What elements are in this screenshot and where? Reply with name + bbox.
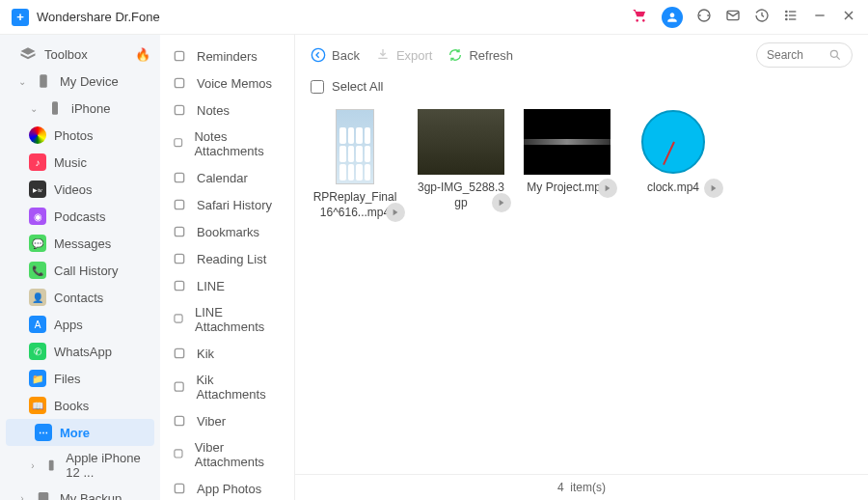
file-item[interactable]: clock.mp4 (629, 109, 718, 196)
sidebar-item-apps[interactable]: AApps (0, 311, 160, 338)
category-item-reminders[interactable]: Reminders (160, 42, 294, 69)
category-item-kik-attachments[interactable]: Kik Attachments (160, 367, 294, 407)
select-all-checkbox[interactable] (311, 80, 324, 94)
file-item[interactable]: 3gp-IMG_5288.3gp (417, 109, 505, 210)
svg-rect-31 (175, 484, 183, 492)
svg-rect-27 (175, 348, 183, 357)
category-item-safari-history[interactable]: Safari History (160, 191, 294, 218)
file-item[interactable]: My Project.mp4 (523, 109, 611, 196)
sidebar-item-books[interactable]: 📖Books (0, 392, 160, 419)
close-icon[interactable] (841, 8, 856, 26)
menu-list-icon[interactable] (783, 8, 799, 26)
sidebar-item-videos[interactable]: ▶tvVideos (0, 176, 160, 203)
messages-icon: 💬 (29, 235, 46, 252)
thumbnail (418, 109, 504, 175)
category-item-app-photos[interactable]: App Photos (160, 475, 294, 500)
sidebar-item-more[interactable]: ⋯More (6, 419, 154, 446)
sidebar-label: Call History (54, 264, 118, 278)
sidebar-item-music[interactable]: ♪Music (0, 149, 160, 176)
whatsapp-icon: ✆ (29, 343, 46, 360)
select-all-row[interactable]: Select All (295, 75, 868, 97)
chevron-down-icon: ⌄ (29, 103, 39, 114)
category-label: Voice Memos (197, 76, 272, 91)
play-icon[interactable] (704, 179, 723, 198)
chevron-right-icon: › (29, 460, 37, 471)
glasses-icon (172, 251, 187, 266)
mic-icon (172, 75, 187, 91)
books-icon: 📖 (29, 397, 46, 414)
sidebar-apple12[interactable]: ›Apple iPhone 12 ... (0, 446, 160, 485)
phone-icon: 📞 (29, 262, 46, 279)
svg-line-36 (837, 57, 840, 60)
grid-icon (172, 481, 187, 496)
sidebar-mybackup[interactable]: ›My Backup (0, 485, 160, 500)
refresh-icon (448, 47, 463, 63)
category-label: LINE Attachments (195, 305, 283, 334)
category-item-voice-memos[interactable]: Voice Memos (160, 69, 294, 97)
category-item-line-attachments[interactable]: LINE Attachments (160, 299, 294, 340)
content-area: Back Export Refresh Select All RP (295, 35, 868, 500)
sidebar-item-messages[interactable]: 💬Messages (0, 230, 160, 257)
category-item-bookmarks[interactable]: Bookmarks (160, 218, 294, 245)
minimize-icon[interactable] (812, 8, 827, 26)
sidebar-iphone[interactable]: ⌄ iPhone (0, 95, 160, 122)
svg-rect-11 (40, 74, 47, 88)
sidebar-label: Videos (54, 182, 93, 197)
sidebar-item-contacts[interactable]: 👤Contacts (0, 284, 160, 311)
contacts-icon: 👤 (29, 289, 46, 306)
sidebar-item-whatsapp[interactable]: ✆WhatsApp (0, 338, 160, 365)
mail-icon[interactable] (725, 8, 741, 26)
sidebar-mydevice[interactable]: ⌄ My Device (0, 68, 160, 95)
category-item-viber[interactable]: Viber (160, 407, 294, 434)
chat-icon (172, 278, 187, 293)
search-input[interactable] (767, 48, 828, 62)
play-icon[interactable] (492, 193, 511, 212)
cart-icon[interactable] (633, 8, 648, 26)
more-icon: ⋯ (35, 424, 52, 441)
category-item-reading-list[interactable]: Reading List (160, 245, 294, 272)
sidebar-label: Apple iPhone 12 ... (66, 451, 150, 480)
back-button[interactable]: Back (311, 47, 360, 63)
sidebar-item-photos[interactable]: Photos (0, 122, 160, 149)
file-name: My Project.mp4 (527, 181, 607, 196)
chat-icon (172, 312, 185, 327)
category-item-calendar[interactable]: Calendar (160, 164, 294, 191)
play-icon[interactable] (386, 203, 405, 222)
titlebar: + Wondershare Dr.Fone (0, 0, 868, 35)
refresh-label: Refresh (469, 48, 513, 63)
category-item-notes[interactable]: Notes (160, 97, 294, 124)
sidebar-item-podcasts[interactable]: ◉Podcasts (0, 203, 160, 230)
photos-icon (29, 126, 46, 144)
export-label: Export (396, 48, 433, 63)
play-icon[interactable] (598, 179, 617, 198)
back-icon (311, 47, 326, 63)
sidebar-label: Podcasts (54, 209, 105, 224)
chat-icon (172, 447, 185, 462)
sidebar-item-callhistory[interactable]: 📞Call History (0, 257, 160, 284)
user-avatar-icon[interactable] (662, 7, 683, 28)
export-icon (375, 47, 391, 63)
history-icon[interactable] (754, 8, 770, 26)
search-box[interactable] (756, 42, 853, 68)
category-item-kik[interactable]: Kik (160, 340, 294, 367)
support-icon[interactable] (696, 8, 712, 26)
category-list: RemindersVoice MemosNotesNotes Attachmen… (160, 35, 295, 500)
backup-icon (35, 489, 52, 500)
sidebar-toolbox[interactable]: Toolbox 🔥 (0, 41, 160, 68)
sidebar-label: WhatsApp (54, 345, 112, 359)
cal-icon (172, 170, 187, 185)
refresh-button[interactable]: Refresh (448, 47, 513, 63)
videos-icon: ▶tv (29, 181, 46, 198)
category-label: Reminders (197, 49, 258, 64)
sidebar-label: Books (54, 399, 89, 413)
file-name: clock.mp4 (647, 181, 699, 196)
category-item-viber-attachments[interactable]: Viber Attachments (160, 434, 294, 475)
note-icon (172, 102, 187, 118)
category-item-notes-attachments[interactable]: Notes Attachments (160, 124, 294, 164)
file-item[interactable]: RPReplay_Final16^616...mp4 (311, 109, 399, 220)
sidebar-item-files[interactable]: 📁Files (0, 365, 160, 392)
svg-rect-22 (175, 200, 183, 208)
category-item-line[interactable]: LINE (160, 272, 294, 299)
category-label: LINE (197, 279, 225, 293)
export-button[interactable]: Export (375, 47, 433, 63)
